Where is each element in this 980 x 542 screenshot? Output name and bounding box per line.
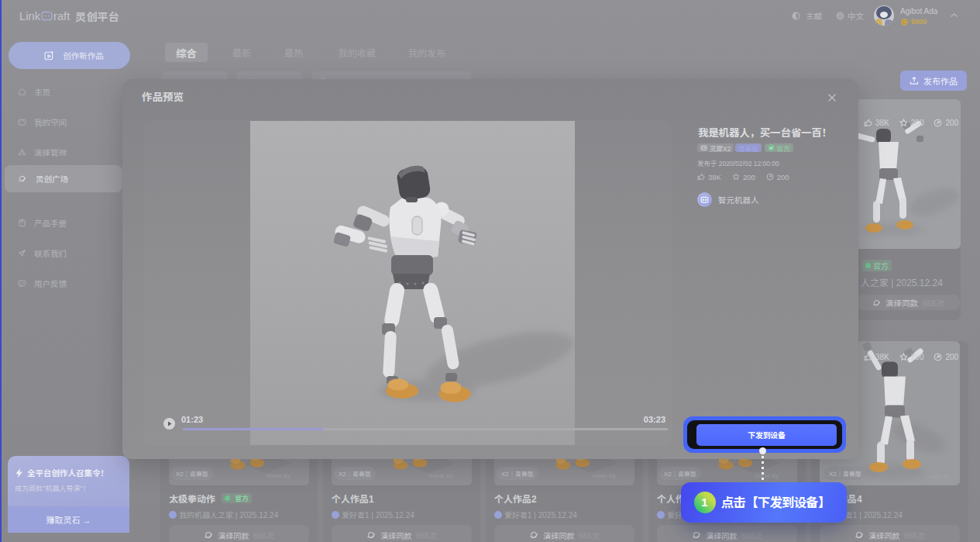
svg-text:made by: made by	[266, 472, 291, 479]
svg-text:made by: made by	[927, 473, 951, 480]
svg-text:made by: made by	[592, 472, 616, 479]
svg-text:made by: made by	[429, 472, 453, 479]
svg-text:made by: made by	[755, 472, 779, 479]
